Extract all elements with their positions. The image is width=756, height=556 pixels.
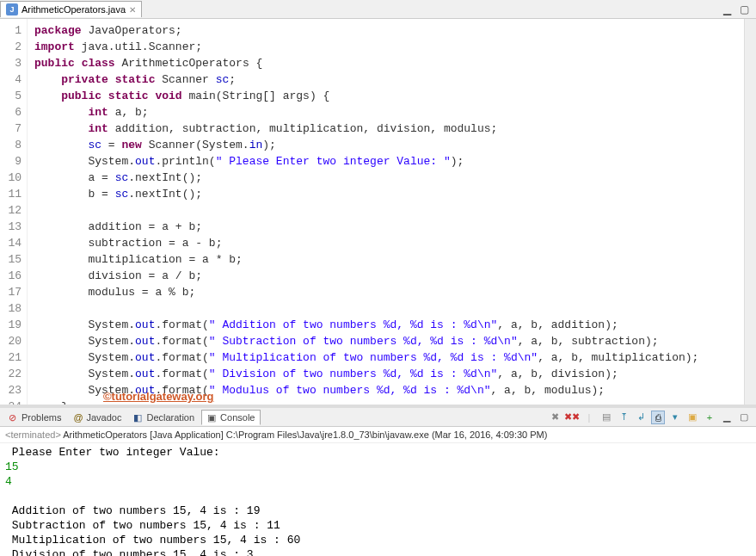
line-number: 23 <box>0 382 22 398</box>
line-number: 4 <box>0 71 22 88</box>
line-number: 24 <box>0 398 22 405</box>
code-line[interactable]: subtraction = a - b; <box>34 235 737 251</box>
remove-all-icon[interactable]: ✖✖ <box>565 411 579 424</box>
display-console-icon[interactable]: ▾ <box>668 411 682 424</box>
code-editor[interactable]: 123456789101112131415161718192021222324 … <box>0 19 756 405</box>
editor-tab[interactable]: J ArithmeticOperators.java ✕ <box>0 1 142 17</box>
console-input-1: 15 <box>5 460 19 473</box>
new-console-icon[interactable]: + <box>703 411 716 424</box>
code-line[interactable]: System.out.format(" Addition of two numb… <box>34 317 737 333</box>
tab-javadoc-label: Javadoc <box>86 412 121 423</box>
tab-declaration-label: Declaration <box>146 412 194 423</box>
code-line[interactable]: System.out.format(" Subtraction of two n… <box>34 333 737 349</box>
max-view-icon[interactable]: ▢ <box>737 411 751 424</box>
declaration-icon: ◧ <box>133 412 144 423</box>
code-line[interactable]: public class ArithmeticOperators { <box>34 55 737 71</box>
tab-filename: ArithmeticOperators.java <box>22 4 126 15</box>
line-number: 18 <box>0 300 22 317</box>
line-number: 14 <box>0 235 22 251</box>
code-line[interactable]: import java.util.Scanner; <box>34 39 737 55</box>
console-prompt-line: Please Enter two integer Value: <box>5 446 226 459</box>
line-number: 2 <box>0 39 22 55</box>
clear-console-icon[interactable]: ▤ <box>599 411 613 424</box>
console-header: <terminated> ArithmeticOperators [Java A… <box>0 427 756 443</box>
code-line[interactable] <box>34 300 737 317</box>
code-area[interactable]: package JavaOperators;import java.util.S… <box>28 19 744 405</box>
line-number: 16 <box>0 268 22 284</box>
maximize-icon[interactable]: ▢ <box>740 3 749 15</box>
code-line[interactable]: public static void main(String[] args) { <box>34 88 737 104</box>
code-line[interactable]: a = sc.nextInt(); <box>34 170 737 186</box>
code-line[interactable]: b = sc.nextInt(); <box>34 186 737 202</box>
line-number: 20 <box>0 333 22 349</box>
console-title: ArithmeticOperators [Java Application] <box>63 429 223 440</box>
line-number: 13 <box>0 219 22 235</box>
console-output[interactable]: Please Enter two integer Value: 15 4 Add… <box>0 443 756 556</box>
close-tab-icon[interactable]: ✕ <box>129 5 136 15</box>
line-number: 3 <box>0 55 22 71</box>
line-number: 22 <box>0 366 22 382</box>
vertical-scrollbar[interactable] <box>744 19 756 405</box>
tab-console-label: Console <box>220 412 255 423</box>
bottom-view-tabs: ⊘ Problems @ Javadoc ◧ Declaration ▣ Con… <box>0 408 756 427</box>
code-line[interactable]: addition = a + b; <box>34 219 737 235</box>
code-line[interactable]: private static Scanner sc; <box>34 71 737 88</box>
line-number: 1 <box>0 22 22 39</box>
code-line[interactable]: System.out.println(" Please Enter two in… <box>34 153 737 170</box>
problems-icon: ⊘ <box>9 412 19 423</box>
tab-problems-label: Problems <box>22 412 61 423</box>
minimize-icon[interactable]: ▁ <box>723 3 731 15</box>
code-line[interactable]: System.out.format(" Multiplication of tw… <box>34 349 737 366</box>
word-wrap-icon[interactable]: ↲ <box>634 411 648 424</box>
scroll-lock-icon[interactable]: ⤒ <box>617 411 630 424</box>
line-number: 10 <box>0 170 22 186</box>
code-line[interactable]: multiplication = a * b; <box>34 251 737 268</box>
divider: | <box>582 411 596 424</box>
line-number-gutter: 123456789101112131415161718192021222324 <box>0 19 28 405</box>
console-path: C:\Program Files\Java\jre1.8.0_73\bin\ja… <box>226 429 548 440</box>
remove-launch-icon[interactable]: ✖ <box>548 411 562 424</box>
line-number: 7 <box>0 120 22 137</box>
line-number: 5 <box>0 88 22 104</box>
java-file-icon: J <box>6 3 18 15</box>
line-number: 12 <box>0 202 22 219</box>
min-view-icon[interactable]: ▁ <box>720 411 734 424</box>
console-result-lines: Addition of two numbers 15, 4 is : 19 Su… <box>5 504 300 556</box>
tab-declaration[interactable]: ◧ Declaration <box>128 411 200 424</box>
line-number: 17 <box>0 284 22 300</box>
open-console-icon[interactable]: ▣ <box>685 411 699 424</box>
code-line[interactable]: sc = new Scanner(System.in); <box>34 137 737 153</box>
line-number: 8 <box>0 137 22 153</box>
line-number: 15 <box>0 251 22 268</box>
window-controls: ▁ ▢ <box>723 3 756 15</box>
code-line[interactable] <box>34 202 737 219</box>
editor-tab-bar: J ArithmeticOperators.java ✕ ▁ ▢ <box>0 0 756 19</box>
code-line[interactable]: int addition, subtraction, multiplicatio… <box>34 120 737 137</box>
console-view: <terminated> ArithmeticOperators [Java A… <box>0 427 756 556</box>
tab-problems[interactable]: ⊘ Problems <box>3 411 66 424</box>
pin-console-icon[interactable]: ⎙ <box>651 411 665 424</box>
line-number: 19 <box>0 317 22 333</box>
tab-javadoc[interactable]: @ Javadoc <box>68 411 126 424</box>
code-line[interactable]: int a, b; <box>34 104 737 120</box>
watermark-text: ©tutorialgateway.org <box>103 390 214 403</box>
console-status: <terminated> <box>5 429 61 440</box>
line-number: 9 <box>0 153 22 170</box>
tab-console[interactable]: ▣ Console <box>201 410 261 425</box>
console-input-2: 4 <box>5 475 12 488</box>
line-number: 21 <box>0 349 22 366</box>
code-line[interactable]: division = a / b; <box>34 268 737 284</box>
line-number: 11 <box>0 186 22 202</box>
line-number: 6 <box>0 104 22 120</box>
console-toolbar: ✖ ✖✖ | ▤ ⤒ ↲ ⎙ ▾ ▣ + ▁ ▢ <box>548 411 756 424</box>
code-line[interactable]: package JavaOperators; <box>34 22 737 39</box>
code-line[interactable]: System.out.format(" Division of two numb… <box>34 366 737 382</box>
javadoc-icon: @ <box>73 412 83 423</box>
code-line[interactable]: modulus = a % b; <box>34 284 737 300</box>
console-icon: ▣ <box>207 412 218 423</box>
